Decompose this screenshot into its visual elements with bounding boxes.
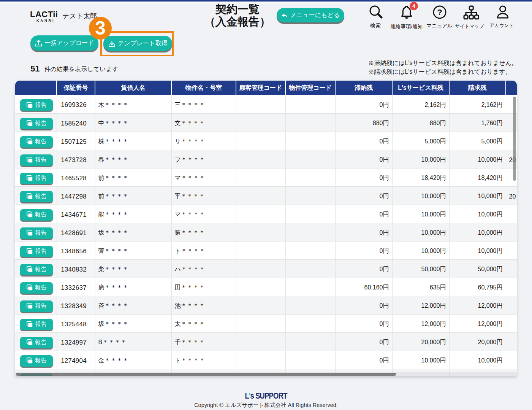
svg-text:?: ? (437, 8, 442, 17)
